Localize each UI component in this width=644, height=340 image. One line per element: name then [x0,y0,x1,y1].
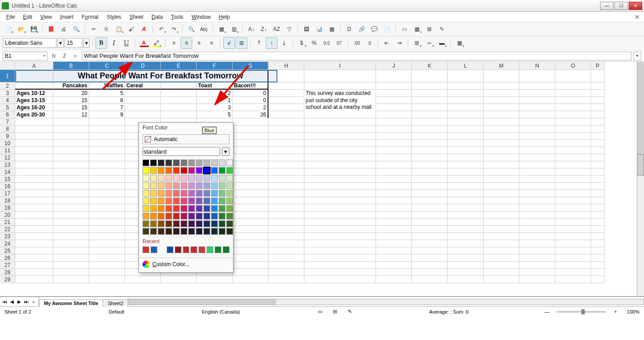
cell[interactable] [555,90,591,97]
show-draw-button[interactable]: ✎ [436,23,448,35]
cell[interactable] [519,204,555,211]
color-swatch[interactable] [158,167,164,174]
cell[interactable] [484,190,519,197]
spreadsheet-grid[interactable]: ABCDEFGHIJKLMNOP1What People Want For Br… [0,62,644,297]
color-swatch[interactable] [165,175,172,181]
color-swatch[interactable] [196,167,203,174]
cell[interactable] [555,226,591,233]
color-set-select[interactable] [143,147,220,156]
align-middle-button[interactable]: ↕ [266,37,277,49]
spellcheck-button[interactable]: Abç [198,23,210,35]
sheet-tab-active[interactable]: My Awsome Sheet Title [39,299,103,307]
cell[interactable] [376,97,412,104]
cut-button[interactable]: ✂ [88,23,99,35]
font-name-input[interactable] [3,38,56,48]
menu-styles[interactable]: Styles [103,13,125,21]
cell[interactable] [268,183,304,190]
recent-color-swatch[interactable] [175,246,182,253]
cell[interactable] [591,262,605,269]
color-swatch[interactable] [143,167,149,174]
cell[interactable] [519,176,555,183]
row-header[interactable]: 24 [0,240,15,247]
cell[interactable] [15,82,53,90]
recent-color-swatch[interactable] [223,246,229,253]
cell[interactable] [89,276,125,283]
redo-button[interactable]: ↷▾ [168,23,180,35]
print-preview-button[interactable]: 🔍 [70,23,82,35]
cell[interactable] [233,147,268,154]
cell[interactable] [484,111,519,118]
row-header[interactable]: 2 [0,82,15,90]
cell[interactable] [53,247,89,254]
cell[interactable] [161,97,197,104]
cell[interactable] [304,154,376,161]
zoom-percent[interactable]: 100% [625,309,641,314]
row-header[interactable]: 12 [0,154,15,161]
cell[interactable] [53,204,89,211]
cell[interactable] [125,276,161,283]
cell[interactable] [53,219,89,226]
cell[interactable] [412,97,448,104]
cell[interactable] [268,240,304,247]
cell[interactable] [89,240,125,247]
cell[interactable] [53,168,89,176]
cell[interactable] [412,254,448,262]
menu-format[interactable]: Format [78,13,102,21]
color-swatch[interactable] [226,205,233,212]
cell[interactable] [304,226,376,233]
color-swatch[interactable] [226,190,233,197]
cell[interactable] [412,204,448,211]
cell[interactable] [519,226,555,233]
color-swatch[interactable] [226,167,233,174]
cell[interactable] [197,276,233,283]
color-swatch[interactable] [219,198,225,204]
cell[interactable] [591,247,605,254]
cell[interactable] [376,125,412,133]
cell[interactable]: Waffles [89,82,125,90]
sort-asc-button[interactable]: A↓ [246,23,257,35]
cell[interactable]: 2 [233,104,268,111]
cell[interactable] [304,204,376,211]
cell[interactable] [53,269,89,276]
cell[interactable] [376,70,412,82]
cell[interactable] [448,197,484,204]
column-header[interactable]: A [15,62,53,70]
cell[interactable] [53,133,89,140]
color-swatch[interactable] [203,182,210,189]
status-aggregate[interactable]: Average: ; Sum: 0 [428,309,471,314]
insert-symbol-button[interactable]: Ω [343,23,355,35]
color-swatch[interactable] [158,190,164,197]
cell[interactable] [53,147,89,154]
align-right-button[interactable]: ≡ [193,37,205,49]
highlight-color-button[interactable]: 🖍▾ [151,37,162,49]
row-header[interactable]: 29 [0,276,15,283]
cell[interactable] [519,111,555,118]
insert-hyperlink-button[interactable]: 🔗 [356,23,367,35]
sort-desc-button[interactable]: Z↓ [258,23,270,35]
cell[interactable] [555,97,591,104]
number-button[interactable]: 0.0 [321,37,333,49]
color-swatch[interactable] [143,205,149,212]
cell[interactable] [484,240,519,247]
cell[interactable] [376,104,412,111]
cell[interactable] [448,133,484,140]
cell[interactable] [53,240,89,247]
cell[interactable] [484,226,519,233]
color-swatch[interactable] [181,220,187,227]
save-button[interactable]: 💾▾ [28,23,39,35]
color-swatch[interactable] [150,190,157,197]
cell[interactable] [15,226,53,233]
cell[interactable]: 2 [197,90,233,97]
cell[interactable]: 1 [197,97,233,104]
menu-data[interactable]: Data [148,13,166,21]
cell[interactable] [555,233,591,240]
tab-last-button[interactable]: ⏭ [23,299,30,304]
cell[interactable] [15,140,53,147]
cell[interactable] [376,183,412,190]
cell[interactable] [15,70,53,82]
cell[interactable] [591,219,605,226]
cell[interactable] [555,154,591,161]
cell[interactable] [89,161,125,168]
cell[interactable] [15,262,53,269]
cell[interactable] [519,247,555,254]
